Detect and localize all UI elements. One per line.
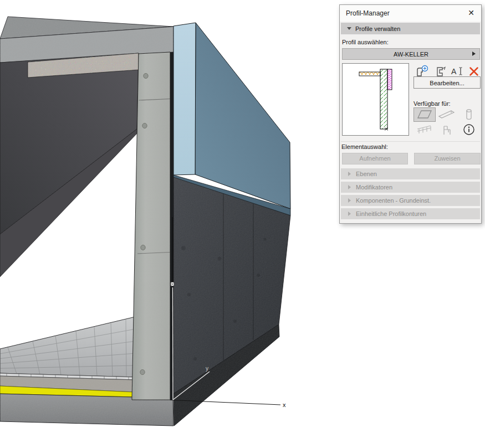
delete-profile-icon[interactable] <box>468 65 479 78</box>
profile-preview <box>342 63 409 136</box>
column-toggle[interactable] <box>458 107 480 122</box>
wall-toggle[interactable] <box>413 107 436 122</box>
assign-button[interactable]: Zuweisen <box>414 153 481 164</box>
hotspot-marker[interactable] <box>171 282 174 286</box>
stair-toggle[interactable] <box>436 122 458 137</box>
dialog-title: Profil-Manager <box>346 9 390 17</box>
beam-icon <box>438 109 456 121</box>
profil-manager-dialog: Profil-Manager ✕ Profile verwalten Profi… <box>339 4 482 224</box>
profile-layer-magenta <box>387 69 392 90</box>
profile-select-label: Profil auswählen: <box>342 39 389 45</box>
chevron-down-icon <box>347 27 351 30</box>
profile-layer-green <box>380 69 387 129</box>
chevron-right-icon <box>348 212 351 216</box>
section-label: Ebenen <box>356 171 377 177</box>
chevron-right-icon <box>348 198 351 203</box>
wall-icon <box>416 109 433 121</box>
stair-icon <box>441 123 453 136</box>
accordion-header-label: Profile verwalten <box>355 25 400 32</box>
section-label: Einheitliche Profilkonturen <box>356 210 426 217</box>
section-label: Komponenten - Grundeinst. <box>356 197 431 204</box>
svg-text:A: A <box>451 67 457 76</box>
railing-toggle[interactable] <box>413 122 436 137</box>
profile-preview-drawing <box>343 64 409 135</box>
profile-dropdown-value: AW-KELLER <box>394 51 428 58</box>
column-icon <box>465 108 473 121</box>
section-label: Modifikatoren <box>356 184 392 190</box>
accordion-profile-verwalten[interactable]: Profile verwalten <box>341 23 480 34</box>
dialog-titlebar[interactable]: Profil-Manager ✕ <box>340 5 481 22</box>
y-axis-label: y <box>206 365 208 372</box>
x-axis-label: x <box>283 401 286 408</box>
info-button[interactable] <box>458 122 480 137</box>
chevron-right-icon <box>348 185 351 189</box>
available-for-grid <box>413 107 481 137</box>
profile-layer-orange <box>359 72 380 76</box>
edit-button[interactable]: Bearbeiten... <box>413 76 481 89</box>
chevron-right-icon <box>348 172 351 176</box>
beam-toggle[interactable] <box>436 107 458 122</box>
floor-tiles[interactable] <box>0 317 136 377</box>
insulation-panel-front-face[interactable] <box>195 23 290 209</box>
section-modifikatoren[interactable]: Modifikatoren <box>341 182 480 193</box>
railing-icon <box>416 124 433 135</box>
info-icon <box>463 123 475 136</box>
pickup-button[interactable]: Aufnehmen <box>342 153 408 164</box>
available-for-label: Verfügbar für: <box>413 100 451 107</box>
selected-edge-highlight[interactable] <box>173 287 173 400</box>
element-selection-label: Elementauswahl: <box>341 143 388 150</box>
chevron-right-icon <box>472 52 476 56</box>
divider <box>341 141 480 142</box>
section-profilkonturen[interactable]: Einheitliche Profilkonturen <box>341 208 480 219</box>
section-ebenen[interactable]: Ebenen <box>341 168 480 179</box>
close-icon[interactable]: ✕ <box>466 8 476 18</box>
insulation-panel-cut-face[interactable] <box>173 23 196 175</box>
profile-dropdown[interactable]: AW-KELLER <box>342 48 480 60</box>
section-komponenten[interactable]: Komponenten - Grundeinst. <box>341 195 480 206</box>
